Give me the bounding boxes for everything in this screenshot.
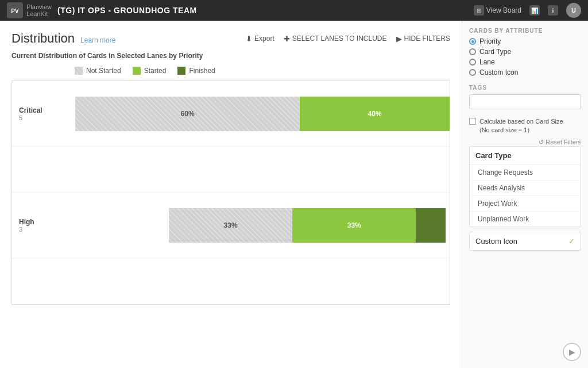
legend-swatch-not-started — [75, 67, 83, 75]
row-label-high: High 3 — [12, 218, 75, 233]
logo-area: PV Planview LeanKit — [7, 2, 52, 18]
svg-text:PV: PV — [11, 8, 19, 14]
nav-left: PV Planview LeanKit (TG) IT OPS - GROUND… — [7, 2, 197, 18]
content-area: Distribution Learn more ⬇ Export ✚ SELEC… — [0, 21, 462, 368]
chart-icon-button[interactable]: 📊 — [529, 5, 540, 16]
chart-icon: 📊 — [529, 5, 540, 16]
nav-right: ⊞ View Board 📊 ℹ U — [474, 3, 581, 18]
bottom-right-icon[interactable]: ▶ — [563, 343, 581, 361]
custom-icon-check: ✓ — [568, 237, 575, 246]
bars-high: 33% 33% — [75, 208, 450, 243]
title-area: Distribution Learn more — [11, 31, 115, 46]
arrow-icon: ▶ — [396, 34, 402, 43]
filter-item-project-work[interactable]: Project Work — [470, 196, 581, 212]
select-lanes-button[interactable]: ✚ SELECT LANES TO INCLUDE — [284, 34, 387, 43]
bar-high-not-started: 33% — [169, 208, 292, 243]
filter-item-unplanned-work[interactable]: Unplanned Work — [470, 212, 581, 227]
app-title: (TG) IT OPS - GROUNDHOG TEAM — [57, 6, 197, 15]
main-area: Distribution Learn more ⬇ Export ✚ SELEC… — [0, 21, 588, 368]
calc-checkbox[interactable] — [469, 118, 476, 125]
view-board-button[interactable]: ⊞ View Board — [474, 5, 521, 16]
filter-item-change-requests[interactable]: Change Requests — [470, 165, 581, 181]
info-button[interactable]: ℹ — [548, 5, 558, 16]
radio-card-type[interactable]: Card Type — [469, 48, 581, 56]
header-actions: ⬇ Export ✚ SELECT LANES TO INCLUDE ▶ HID… — [246, 34, 450, 43]
legend-swatch-finished — [177, 67, 185, 75]
page-header: Distribution Learn more ⬇ Export ✚ SELEC… — [11, 31, 450, 46]
bar-critical-started: 40% — [300, 97, 450, 131]
radio-dot-priority — [469, 38, 476, 45]
chart-row-critical: Critical 5 60% 40% — [12, 81, 450, 147]
distribution-chart: Critical 5 60% 40% High 3 — [11, 80, 450, 305]
board-icon: ⊞ — [474, 5, 484, 16]
cards-by-attribute-label: CARDS BY ATTRIBUTE — [469, 28, 581, 34]
card-type-filter-section: Card Type Change Requests Needs Analysis… — [469, 146, 581, 227]
export-button[interactable]: ⬇ Export — [246, 34, 274, 43]
chart-row-empty-2 — [12, 258, 450, 304]
reset-icon: ↺ — [539, 139, 544, 145]
tags-section: TAGS — [469, 85, 581, 109]
user-avatar[interactable]: U — [566, 3, 581, 18]
bars-critical: 60% 40% — [75, 97, 450, 131]
bar-area-high: 33% 33% — [75, 193, 450, 258]
info-icon: ℹ — [548, 5, 558, 16]
top-navigation: PV Planview LeanKit (TG) IT OPS - GROUND… — [0, 0, 588, 21]
filter-item-needs-analysis[interactable]: Needs Analysis — [470, 181, 581, 196]
logo-text: Planview LeanKit — [26, 3, 52, 17]
legend-finished: Finished — [177, 67, 215, 75]
calc-text: Calculate based on Card Size (No card si… — [479, 117, 563, 135]
planview-logo-icon: PV — [7, 2, 23, 18]
bar-high-finished — [416, 208, 446, 243]
custom-icon-label: Custom Icon — [475, 237, 517, 246]
row-label-critical: Critical 5 — [12, 106, 75, 121]
right-sidebar: CARDS BY ATTRIBUTE Priority Card Type La… — [462, 21, 588, 368]
radio-dot-card-type — [469, 48, 476, 55]
radio-dot-lane — [469, 59, 476, 66]
bar-high-started: 33% — [292, 208, 416, 243]
cards-by-attribute-section: CARDS BY ATTRIBUTE Priority Card Type La… — [469, 28, 581, 76]
radio-custom-icon[interactable]: Custom Icon — [469, 68, 581, 76]
tags-input[interactable] — [469, 94, 581, 109]
plus-icon: ✚ — [284, 34, 290, 43]
hide-filters-button[interactable]: ▶ HIDE FILTERS — [396, 34, 450, 43]
reset-filters-button[interactable]: ↺ Reset Filters — [469, 139, 581, 146]
legend-swatch-started — [133, 67, 141, 75]
radio-lane[interactable]: Lane — [469, 58, 581, 66]
radio-dot-custom-icon — [469, 69, 476, 76]
bar-critical-not-started: 60% — [75, 97, 300, 131]
calc-row: Calculate based on Card Size (No card si… — [469, 117, 581, 135]
chart-legend: Not Started Started Finished — [11, 67, 450, 75]
bar-area-critical: 60% 40% — [75, 81, 450, 146]
card-type-header: Card Type — [470, 147, 581, 165]
export-icon: ⬇ — [246, 34, 252, 43]
page-title: Distribution — [11, 31, 75, 46]
chart-row-high: High 3 33% 33% — [12, 193, 450, 258]
attribute-radio-group: Priority Card Type Lane Custom Icon — [469, 37, 581, 76]
chart-subtitle: Current Distribution of Cards in Selecte… — [11, 52, 450, 60]
legend-not-started: Not Started — [75, 67, 121, 75]
legend-started: Started — [133, 67, 167, 75]
chart-row-empty-1 — [12, 147, 450, 193]
radio-priority[interactable]: Priority — [469, 37, 581, 45]
learn-more-link[interactable]: Learn more — [80, 36, 115, 44]
tags-label: TAGS — [469, 85, 581, 91]
custom-icon-section[interactable]: Custom Icon ✓ — [469, 232, 581, 251]
